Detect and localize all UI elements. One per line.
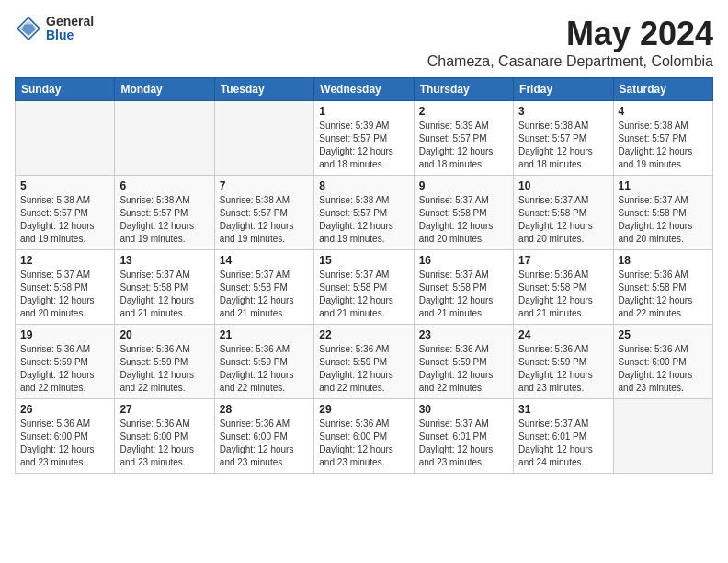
calendar-day-cell: 28Sunrise: 5:36 AM Sunset: 6:00 PM Dayli… [214,399,313,474]
day-number: 20 [119,328,209,341]
day-info: Sunrise: 5:37 AM Sunset: 6:01 PM Dayligh… [419,418,508,469]
day-number: 12 [20,254,109,267]
day-number: 24 [518,328,608,341]
calendar-day-cell: 1Sunrise: 5:39 AM Sunset: 5:57 PM Daylig… [314,101,414,176]
day-number: 10 [518,179,608,192]
location-subtitle: Chameza, Casanare Department, Colombia [427,53,713,70]
calendar-day-cell: 26Sunrise: 5:36 AM Sunset: 6:00 PM Dayli… [16,399,115,474]
day-info: Sunrise: 5:36 AM Sunset: 5:58 PM Dayligh… [518,269,608,320]
calendar-day-cell: 17Sunrise: 5:36 AM Sunset: 5:58 PM Dayli… [514,250,613,325]
calendar-week-row: 5Sunrise: 5:38 AM Sunset: 5:57 PM Daylig… [16,176,713,250]
day-of-week-header: Monday [115,78,214,101]
day-info: Sunrise: 5:37 AM Sunset: 5:58 PM Dayligh… [419,269,508,320]
calendar-day-cell: 7Sunrise: 5:38 AM Sunset: 5:57 PM Daylig… [214,176,313,250]
day-of-week-header: Sunday [16,78,115,101]
day-number: 14 [220,254,309,267]
day-number: 21 [220,328,309,341]
calendar-week-row: 12Sunrise: 5:37 AM Sunset: 5:58 PM Dayli… [16,250,713,325]
day-info: Sunrise: 5:38 AM Sunset: 5:57 PM Dayligh… [518,120,608,171]
day-info: Sunrise: 5:36 AM Sunset: 5:59 PM Dayligh… [220,343,309,395]
day-info: Sunrise: 5:36 AM Sunset: 6:00 PM Dayligh… [319,418,408,469]
day-info: Sunrise: 5:37 AM Sunset: 5:58 PM Dayligh… [119,269,209,320]
calendar-header: SundayMondayTuesdayWednesdayThursdayFrid… [16,78,713,101]
day-of-week-header: Wednesday [314,78,414,101]
day-number: 23 [419,328,508,341]
calendar-day-cell [214,101,313,176]
day-info: Sunrise: 5:36 AM Sunset: 5:59 PM Dayligh… [518,343,608,395]
day-of-week-header: Thursday [414,78,513,101]
day-number: 9 [419,179,508,192]
calendar-day-cell: 6Sunrise: 5:38 AM Sunset: 5:57 PM Daylig… [115,176,214,250]
calendar-day-cell: 30Sunrise: 5:37 AM Sunset: 6:01 PM Dayli… [414,399,513,474]
calendar-day-cell: 8Sunrise: 5:38 AM Sunset: 5:57 PM Daylig… [314,176,414,250]
calendar-day-cell: 24Sunrise: 5:36 AM Sunset: 5:59 PM Dayli… [514,325,613,399]
calendar-day-cell: 15Sunrise: 5:37 AM Sunset: 5:58 PM Dayli… [314,250,414,325]
calendar-day-cell: 22Sunrise: 5:36 AM Sunset: 5:59 PM Dayli… [314,325,414,399]
logo-text: General Blue [46,15,94,43]
day-of-week-header: Tuesday [214,78,313,101]
title-block: May 2024 Chameza, Casanare Department, C… [427,15,713,70]
day-info: Sunrise: 5:39 AM Sunset: 5:57 PM Dayligh… [419,120,508,171]
day-number: 31 [518,403,608,416]
day-number: 29 [319,403,408,416]
calendar-week-row: 1Sunrise: 5:39 AM Sunset: 5:57 PM Daylig… [16,101,713,176]
day-info: Sunrise: 5:36 AM Sunset: 6:00 PM Dayligh… [20,418,109,469]
day-number: 27 [119,403,209,416]
calendar-day-cell: 4Sunrise: 5:38 AM Sunset: 5:57 PM Daylig… [613,101,712,176]
day-number: 28 [220,403,309,416]
calendar-day-cell [16,101,115,176]
day-info: Sunrise: 5:37 AM Sunset: 5:58 PM Dayligh… [220,269,309,320]
day-info: Sunrise: 5:36 AM Sunset: 5:59 PM Dayligh… [419,343,508,395]
calendar-day-cell: 12Sunrise: 5:37 AM Sunset: 5:58 PM Dayli… [16,250,115,325]
day-of-week-header: Friday [514,78,613,101]
day-number: 5 [20,179,109,192]
calendar-day-cell: 11Sunrise: 5:37 AM Sunset: 5:58 PM Dayli… [613,176,712,250]
day-number: 16 [419,254,508,267]
day-info: Sunrise: 5:36 AM Sunset: 5:59 PM Dayligh… [319,343,408,395]
day-info: Sunrise: 5:38 AM Sunset: 5:57 PM Dayligh… [319,194,408,246]
day-number: 13 [119,254,209,267]
day-info: Sunrise: 5:37 AM Sunset: 5:58 PM Dayligh… [518,194,608,246]
day-of-week-header: Saturday [613,78,712,101]
logo-blue: Blue [46,29,94,42]
calendar-day-cell: 20Sunrise: 5:36 AM Sunset: 5:59 PM Dayli… [115,325,214,399]
calendar-day-cell: 31Sunrise: 5:37 AM Sunset: 6:01 PM Dayli… [514,399,613,474]
calendar-day-cell: 14Sunrise: 5:37 AM Sunset: 5:58 PM Dayli… [214,250,313,325]
day-number: 7 [220,179,309,192]
calendar-day-cell: 18Sunrise: 5:36 AM Sunset: 5:58 PM Dayli… [613,250,712,325]
day-info: Sunrise: 5:37 AM Sunset: 6:01 PM Dayligh… [518,418,608,469]
day-info: Sunrise: 5:37 AM Sunset: 5:58 PM Dayligh… [20,269,109,320]
day-number: 15 [319,254,408,267]
day-number: 1 [319,105,408,118]
page-header: General Blue May 2024 Chameza, Casanare … [15,15,713,70]
calendar-week-row: 26Sunrise: 5:36 AM Sunset: 6:00 PM Dayli… [16,399,713,474]
day-info: Sunrise: 5:38 AM Sunset: 5:57 PM Dayligh… [619,120,708,171]
day-info: Sunrise: 5:37 AM Sunset: 5:58 PM Dayligh… [419,194,508,246]
day-info: Sunrise: 5:38 AM Sunset: 5:57 PM Dayligh… [119,194,209,246]
logo-general: General [46,15,94,29]
calendar-day-cell: 3Sunrise: 5:38 AM Sunset: 5:57 PM Daylig… [514,101,613,176]
day-number: 11 [619,179,708,192]
day-number: 25 [619,328,708,341]
calendar-day-cell: 29Sunrise: 5:36 AM Sunset: 6:00 PM Dayli… [314,399,414,474]
logo: General Blue [15,15,94,43]
day-info: Sunrise: 5:36 AM Sunset: 5:59 PM Dayligh… [20,343,109,395]
day-number: 18 [619,254,708,267]
day-info: Sunrise: 5:37 AM Sunset: 5:58 PM Dayligh… [319,269,408,320]
day-number: 22 [319,328,408,341]
day-number: 19 [20,328,109,341]
calendar-day-cell: 16Sunrise: 5:37 AM Sunset: 5:58 PM Dayli… [414,250,513,325]
day-info: Sunrise: 5:36 AM Sunset: 5:58 PM Dayligh… [619,269,708,320]
day-info: Sunrise: 5:36 AM Sunset: 6:00 PM Dayligh… [119,418,209,469]
calendar-week-row: 19Sunrise: 5:36 AM Sunset: 5:59 PM Dayli… [16,325,713,399]
calendar-day-cell: 19Sunrise: 5:36 AM Sunset: 5:59 PM Dayli… [16,325,115,399]
day-info: Sunrise: 5:36 AM Sunset: 5:59 PM Dayligh… [119,343,209,395]
calendar-table: SundayMondayTuesdayWednesdayThursdayFrid… [15,77,713,474]
calendar-body: 1Sunrise: 5:39 AM Sunset: 5:57 PM Daylig… [16,101,713,474]
day-number: 3 [518,105,608,118]
calendar-day-cell [613,399,712,474]
calendar-day-cell: 25Sunrise: 5:36 AM Sunset: 6:00 PM Dayli… [613,325,712,399]
day-number: 2 [419,105,508,118]
day-number: 26 [20,403,109,416]
calendar-day-cell: 9Sunrise: 5:37 AM Sunset: 5:58 PM Daylig… [414,176,513,250]
